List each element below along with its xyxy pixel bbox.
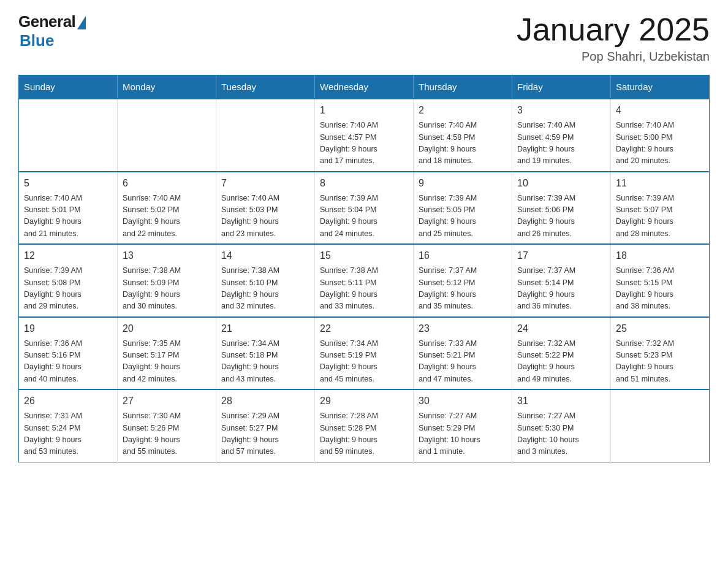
calendar-cell: 31Sunrise: 7:27 AM Sunset: 5:30 PM Dayli… bbox=[512, 389, 611, 462]
day-number: 1 bbox=[320, 103, 408, 118]
week-row-2: 5Sunrise: 7:40 AM Sunset: 5:01 PM Daylig… bbox=[19, 172, 710, 245]
calendar-cell: 13Sunrise: 7:38 AM Sunset: 5:09 PM Dayli… bbox=[118, 244, 216, 317]
day-header-sunday: Sunday bbox=[19, 75, 118, 99]
day-info: Sunrise: 7:32 AM Sunset: 5:22 PM Dayligh… bbox=[517, 338, 605, 386]
title-section: January 2025 Pop Shahri, Uzbekistan bbox=[517, 12, 710, 64]
calendar-cell bbox=[216, 99, 315, 172]
calendar-cell: 4Sunrise: 7:40 AM Sunset: 5:00 PM Daylig… bbox=[611, 99, 710, 172]
day-info: Sunrise: 7:27 AM Sunset: 5:29 PM Dayligh… bbox=[419, 410, 507, 458]
day-info: Sunrise: 7:39 AM Sunset: 5:08 PM Dayligh… bbox=[24, 265, 112, 313]
day-number: 11 bbox=[616, 176, 704, 191]
day-header-thursday: Thursday bbox=[414, 75, 512, 99]
day-number: 27 bbox=[123, 394, 211, 408]
day-number: 6 bbox=[123, 176, 211, 191]
calendar-cell bbox=[611, 389, 710, 462]
day-number: 25 bbox=[616, 321, 704, 336]
day-number: 22 bbox=[320, 321, 408, 336]
day-info: Sunrise: 7:37 AM Sunset: 5:14 PM Dayligh… bbox=[517, 265, 605, 313]
day-info: Sunrise: 7:28 AM Sunset: 5:28 PM Dayligh… bbox=[320, 410, 408, 458]
day-info: Sunrise: 7:38 AM Sunset: 5:09 PM Dayligh… bbox=[123, 265, 211, 313]
page-header: General Blue January 2025 Pop Shahri, Uz… bbox=[18, 12, 710, 64]
day-number: 16 bbox=[419, 248, 507, 263]
day-number: 17 bbox=[517, 248, 605, 263]
week-row-1: 1Sunrise: 7:40 AM Sunset: 4:57 PM Daylig… bbox=[19, 99, 710, 172]
day-header-wednesday: Wednesday bbox=[315, 75, 414, 99]
calendar-cell: 20Sunrise: 7:35 AM Sunset: 5:17 PM Dayli… bbox=[118, 317, 216, 390]
calendar-cell bbox=[19, 99, 118, 172]
calendar-cell: 6Sunrise: 7:40 AM Sunset: 5:02 PM Daylig… bbox=[118, 172, 216, 245]
calendar-cell: 30Sunrise: 7:27 AM Sunset: 5:29 PM Dayli… bbox=[414, 389, 512, 462]
calendar-cell: 5Sunrise: 7:40 AM Sunset: 5:01 PM Daylig… bbox=[19, 172, 118, 245]
day-header-friday: Friday bbox=[512, 75, 611, 99]
calendar-cell: 14Sunrise: 7:38 AM Sunset: 5:10 PM Dayli… bbox=[216, 244, 315, 317]
day-info: Sunrise: 7:39 AM Sunset: 5:04 PM Dayligh… bbox=[320, 193, 408, 240]
calendar-cell: 3Sunrise: 7:40 AM Sunset: 4:59 PM Daylig… bbox=[512, 99, 611, 172]
day-number: 9 bbox=[419, 176, 507, 191]
day-number: 28 bbox=[221, 394, 309, 408]
day-number: 3 bbox=[517, 103, 605, 118]
logo: General Blue bbox=[18, 12, 86, 50]
calendar-cell: 27Sunrise: 7:30 AM Sunset: 5:26 PM Dayli… bbox=[118, 389, 216, 462]
calendar-cell: 7Sunrise: 7:40 AM Sunset: 5:03 PM Daylig… bbox=[216, 172, 315, 245]
day-info: Sunrise: 7:33 AM Sunset: 5:21 PM Dayligh… bbox=[419, 338, 507, 386]
day-info: Sunrise: 7:37 AM Sunset: 5:12 PM Dayligh… bbox=[419, 265, 507, 313]
calendar-cell: 12Sunrise: 7:39 AM Sunset: 5:08 PM Dayli… bbox=[19, 244, 118, 317]
day-info: Sunrise: 7:38 AM Sunset: 5:11 PM Dayligh… bbox=[320, 265, 408, 313]
calendar-cell: 11Sunrise: 7:39 AM Sunset: 5:07 PM Dayli… bbox=[611, 172, 710, 245]
location-label: Pop Shahri, Uzbekistan bbox=[517, 50, 710, 64]
calendar-cell: 21Sunrise: 7:34 AM Sunset: 5:18 PM Dayli… bbox=[216, 317, 315, 390]
calendar-cell: 25Sunrise: 7:32 AM Sunset: 5:23 PM Dayli… bbox=[611, 317, 710, 390]
day-number: 18 bbox=[616, 248, 704, 263]
day-info: Sunrise: 7:34 AM Sunset: 5:18 PM Dayligh… bbox=[221, 338, 309, 386]
calendar-title: January 2025 bbox=[517, 12, 710, 47]
calendar-cell: 10Sunrise: 7:39 AM Sunset: 5:06 PM Dayli… bbox=[512, 172, 611, 245]
calendar-cell: 29Sunrise: 7:28 AM Sunset: 5:28 PM Dayli… bbox=[315, 389, 414, 462]
day-number: 31 bbox=[517, 394, 605, 408]
day-number: 12 bbox=[24, 248, 112, 263]
week-row-5: 26Sunrise: 7:31 AM Sunset: 5:24 PM Dayli… bbox=[19, 389, 710, 462]
calendar-cell bbox=[118, 99, 216, 172]
calendar-cell: 15Sunrise: 7:38 AM Sunset: 5:11 PM Dayli… bbox=[315, 244, 414, 317]
calendar-cell: 1Sunrise: 7:40 AM Sunset: 4:57 PM Daylig… bbox=[315, 99, 414, 172]
day-number: 29 bbox=[320, 394, 408, 408]
day-number: 21 bbox=[221, 321, 309, 336]
day-info: Sunrise: 7:27 AM Sunset: 5:30 PM Dayligh… bbox=[517, 410, 605, 458]
day-info: Sunrise: 7:36 AM Sunset: 5:15 PM Dayligh… bbox=[616, 265, 704, 313]
calendar-cell: 22Sunrise: 7:34 AM Sunset: 5:19 PM Dayli… bbox=[315, 317, 414, 390]
calendar-cell: 19Sunrise: 7:36 AM Sunset: 5:16 PM Dayli… bbox=[19, 317, 118, 390]
day-number: 26 bbox=[24, 394, 112, 408]
day-header-monday: Monday bbox=[118, 75, 216, 99]
calendar-cell: 28Sunrise: 7:29 AM Sunset: 5:27 PM Dayli… bbox=[216, 389, 315, 462]
day-number: 10 bbox=[517, 176, 605, 191]
calendar-cell: 24Sunrise: 7:32 AM Sunset: 5:22 PM Dayli… bbox=[512, 317, 611, 390]
day-info: Sunrise: 7:29 AM Sunset: 5:27 PM Dayligh… bbox=[221, 410, 309, 458]
day-info: Sunrise: 7:39 AM Sunset: 5:05 PM Dayligh… bbox=[419, 193, 507, 240]
day-info: Sunrise: 7:40 AM Sunset: 4:59 PM Dayligh… bbox=[517, 120, 605, 167]
day-info: Sunrise: 7:35 AM Sunset: 5:17 PM Dayligh… bbox=[123, 338, 211, 386]
day-info: Sunrise: 7:38 AM Sunset: 5:10 PM Dayligh… bbox=[221, 265, 309, 313]
day-info: Sunrise: 7:32 AM Sunset: 5:23 PM Dayligh… bbox=[616, 338, 704, 386]
day-number: 4 bbox=[616, 103, 704, 118]
day-number: 7 bbox=[221, 176, 309, 191]
day-info: Sunrise: 7:40 AM Sunset: 5:02 PM Dayligh… bbox=[123, 193, 211, 240]
day-info: Sunrise: 7:34 AM Sunset: 5:19 PM Dayligh… bbox=[320, 338, 408, 386]
calendar-cell: 9Sunrise: 7:39 AM Sunset: 5:05 PM Daylig… bbox=[414, 172, 512, 245]
calendar-cell: 2Sunrise: 7:40 AM Sunset: 4:58 PM Daylig… bbox=[414, 99, 512, 172]
day-info: Sunrise: 7:40 AM Sunset: 4:57 PM Dayligh… bbox=[320, 120, 408, 167]
logo-blue-text: Blue bbox=[20, 31, 54, 50]
calendar-cell: 23Sunrise: 7:33 AM Sunset: 5:21 PM Dayli… bbox=[414, 317, 512, 390]
calendar-cell: 16Sunrise: 7:37 AM Sunset: 5:12 PM Dayli… bbox=[414, 244, 512, 317]
calendar-table: SundayMondayTuesdayWednesdayThursdayFrid… bbox=[18, 75, 710, 462]
day-info: Sunrise: 7:30 AM Sunset: 5:26 PM Dayligh… bbox=[123, 410, 211, 458]
day-number: 15 bbox=[320, 248, 408, 263]
day-header-tuesday: Tuesday bbox=[216, 75, 315, 99]
day-info: Sunrise: 7:40 AM Sunset: 5:03 PM Dayligh… bbox=[221, 193, 309, 240]
day-number: 2 bbox=[419, 103, 507, 118]
day-info: Sunrise: 7:36 AM Sunset: 5:16 PM Dayligh… bbox=[24, 338, 112, 386]
logo-triangle-icon bbox=[77, 16, 86, 29]
day-number: 30 bbox=[419, 394, 507, 408]
day-info: Sunrise: 7:39 AM Sunset: 5:07 PM Dayligh… bbox=[616, 193, 704, 240]
day-number: 5 bbox=[24, 176, 112, 191]
header-row: SundayMondayTuesdayWednesdayThursdayFrid… bbox=[19, 75, 710, 99]
day-number: 8 bbox=[320, 176, 408, 191]
